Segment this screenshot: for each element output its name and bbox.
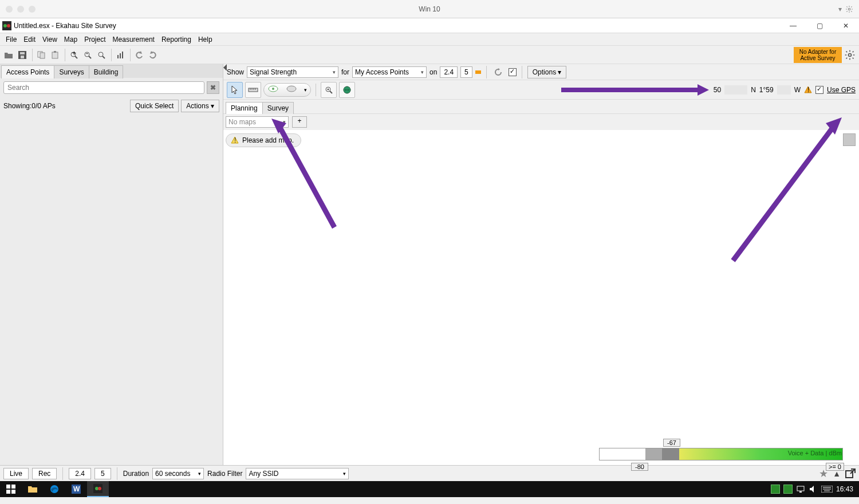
bottom-band-24[interactable]: 2.4 [69,468,91,479]
start-button[interactable] [0,481,22,497]
clear-search-button[interactable]: ✖ [207,81,219,94]
legend-marker-top: -67 [663,439,680,447]
use-gps-checkbox[interactable] [815,86,823,94]
menu-map[interactable]: Map [61,34,81,45]
zoom-in-button[interactable]: + [68,49,80,61]
svg-rect-55 [799,491,802,493]
tray-shield-icon[interactable] [783,485,793,494]
window-minimize-button[interactable]: — [780,18,806,33]
menu-file[interactable]: File [2,34,20,45]
tab-surveys[interactable]: Surveys [54,65,89,78]
tray-volume-icon[interactable] [809,485,818,494]
chart-button[interactable] [114,49,127,61]
svg-rect-45 [11,485,15,489]
svg-rect-54 [797,486,804,491]
actions-button[interactable]: Actions ▾ [181,100,219,112]
svg-text:-: - [86,51,88,57]
simulated-ap-icon[interactable] [264,85,282,94]
warning-icon: ! [231,136,239,144]
quick-select-button[interactable]: Quick Select [130,100,179,112]
svg-rect-19 [117,55,119,58]
maps-panel-toggle[interactable] [843,133,856,146]
host-dot-max[interactable] [29,6,36,13]
paste-button[interactable] [49,49,61,61]
copy-button[interactable] [35,49,48,61]
settings-gear-icon[interactable] [844,49,856,61]
svg-line-18 [103,56,105,58]
popout-icon[interactable] [845,468,856,479]
search-input[interactable] [3,81,204,94]
window-close-button[interactable]: ✕ [833,18,859,33]
add-map-hint-text: Please add map. [242,136,294,144]
tab-planning[interactable]: Planning [226,102,263,114]
file-explorer-icon[interactable] [22,481,44,497]
svg-point-29 [272,88,274,90]
tab-survey[interactable]: Survey [262,102,294,114]
tray-app-icon[interactable] [771,485,780,494]
zoom-out-button[interactable]: - [81,49,94,61]
svg-rect-47 [11,490,15,494]
measured-ap-icon[interactable] [282,85,301,94]
host-dot-min[interactable] [17,6,24,13]
tray-clock[interactable]: 16:43 [836,485,853,493]
menu-view[interactable]: View [39,34,61,45]
gps-lon-redacted [777,85,791,94]
svg-point-17 [98,52,103,57]
host-menu-chevron-icon[interactable]: ▾ [838,5,842,13]
band-5-button[interactable]: 5 [460,66,472,78]
ruler-tool-button[interactable] [245,82,261,98]
legend-max: >= 0 [826,463,844,471]
filter-checkbox[interactable] [509,68,517,76]
map-canvas[interactable]: ! Please add map. -67 [223,130,859,465]
band-indicator [475,70,481,74]
host-dot-close[interactable] [6,6,13,13]
window-maximize-button[interactable]: ▢ [806,18,833,33]
rec-button[interactable]: Rec [32,468,57,479]
menu-project[interactable]: Project [81,34,109,45]
for-select[interactable]: My Access Points [352,66,427,78]
radio-filter-select[interactable]: Any SSID [246,468,349,479]
bottom-band-5[interactable]: 5 [94,468,111,479]
gps-lat-dir: N [751,86,756,94]
tab-access-points[interactable]: Access Points [1,65,54,78]
ekahau-taskbar-icon[interactable] [87,481,109,497]
svg-point-3 [7,24,10,27]
annotation-arrow-usegps-icon [727,117,842,266]
open-button[interactable] [2,49,15,61]
undo-button[interactable] [133,49,145,61]
host-settings-icon[interactable] [845,5,853,13]
svg-rect-6 [21,56,24,58]
svg-rect-46 [6,490,10,494]
zoom-fit-button[interactable] [95,49,108,61]
locate-button[interactable] [321,82,337,98]
save-button[interactable] [16,49,29,61]
menu-edit[interactable]: Edit [20,34,39,45]
live-button[interactable]: Live [3,468,29,479]
svg-text:+: + [72,51,76,57]
pointer-tool-button[interactable] [227,82,243,98]
tray-network-icon[interactable] [796,485,805,494]
redo-button[interactable] [147,49,159,61]
ap-placement-group[interactable]: ▾ [263,83,311,97]
showing-count: Showing:0/0 APs [3,102,130,110]
tab-building[interactable]: Building [89,65,124,78]
duration-select[interactable]: 60 seconds [152,468,204,479]
use-gps-label[interactable]: Use GPS [827,86,856,94]
svg-rect-10 [54,51,56,53]
sidebar-collapse-icon[interactable] [223,64,227,71]
word-icon[interactable]: W [65,481,87,497]
options-button[interactable]: Options ▾ [527,66,567,78]
app-icon [2,21,11,30]
menu-help[interactable]: Help [195,34,216,45]
svg-rect-23 [249,88,258,92]
edge-icon[interactable] [44,481,65,497]
menu-reporting[interactable]: Reporting [158,34,195,45]
show-select[interactable]: Signal Strength [247,66,338,78]
menu-measurement[interactable]: Measurement [109,34,158,45]
tray-keyboard-icon[interactable] [821,486,833,493]
band-24-button[interactable]: 2.4 [440,66,458,78]
globe-button[interactable] [339,82,355,98]
map-select[interactable]: No maps [226,116,289,128]
refresh-button[interactable] [492,66,505,78]
add-map-button[interactable]: + [292,116,307,128]
